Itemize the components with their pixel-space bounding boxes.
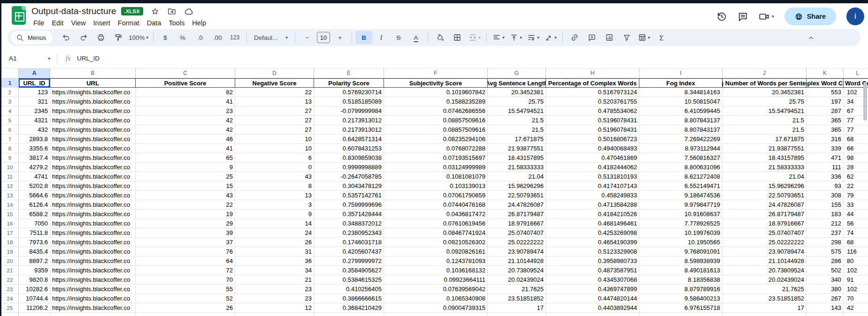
cell-C6[interactable]: 42 [136, 125, 235, 135]
cell-I21[interactable]: 8.490181613 [639, 266, 722, 275]
cell-B4[interactable]: https://insights.blackcoffer.co [50, 106, 136, 116]
cell-K26[interactable] [807, 313, 844, 316]
cell-G5[interactable]: 21.5 [488, 116, 546, 125]
comments-icon[interactable] [737, 11, 748, 22]
cell-C21[interactable]: 72 [136, 266, 235, 275]
undo-button[interactable] [58, 31, 75, 44]
menu-format[interactable]: Format [114, 18, 143, 28]
cell-L19[interactable]: 116 [844, 247, 868, 256]
merge-cells-button[interactable]: ▾ [466, 31, 483, 44]
cell-E5[interactable]: 0.2173913012 [314, 116, 384, 125]
cell-L10[interactable]: 28 [844, 163, 868, 172]
cell-D23[interactable]: 23 [235, 285, 314, 294]
column-header-J[interactable]: J [722, 68, 807, 78]
cell-A25[interactable]: 11206.2 [19, 303, 50, 313]
formula-input[interactable]: URL_ID [77, 55, 100, 62]
cell-G7[interactable]: 17.671875 [488, 135, 546, 144]
cell-E17[interactable]: 0.2380952343 [314, 228, 384, 238]
cell-E19[interactable]: 0.4205607437 [314, 247, 384, 256]
cell-E23[interactable]: 0.410256405 [314, 285, 384, 294]
row-header-17[interactable]: 17 [1, 228, 19, 238]
cell-J3[interactable]: 25.75 [722, 97, 807, 106]
cell-C14[interactable]: 22 [136, 200, 235, 210]
cell-J23[interactable]: 21.7625 [722, 285, 807, 294]
pivot-table-button[interactable]: ▾ [636, 31, 653, 44]
cell-E6[interactable]: 0.2173913012 [314, 125, 384, 135]
cell-F21[interactable]: 0.1036168132 [384, 266, 488, 275]
cell-G6[interactable]: 21.5 [488, 125, 546, 135]
cell-H23[interactable]: 0.4369747899 [546, 285, 639, 294]
row-header-22[interactable]: 22 [1, 275, 19, 285]
cell-B24[interactable]: https://insights.blackcoffer.co [50, 294, 136, 303]
cell-J12[interactable]: 15.96296296 [722, 181, 807, 191]
menu-file[interactable]: File [30, 18, 48, 28]
row-header-20[interactable]: 20 [1, 256, 19, 266]
cell-F19[interactable]: 0.0920826161 [384, 247, 488, 256]
cell-J21[interactable]: 20.73809524 [722, 266, 807, 275]
row-header-7[interactable]: 7 [1, 135, 19, 144]
cell-H16[interactable]: 0.4681496461 [546, 219, 639, 228]
cell-H9[interactable]: 0.470461869 [546, 153, 639, 163]
cell-D1[interactable]: Negative Score [235, 78, 314, 88]
cell-A23[interactable]: 10282.6 [19, 285, 50, 294]
cell-L7[interactable]: 68 [844, 135, 868, 144]
cell-H24[interactable]: 0.4474820144 [546, 294, 639, 303]
cell-H4[interactable]: 0.4785534062 [546, 106, 639, 116]
cell-K1[interactable]: Complex Word Count [807, 78, 844, 88]
cell-D14[interactable]: 3 [235, 200, 314, 210]
cell-H14[interactable]: 0.4713584288 [546, 200, 639, 210]
borders-button[interactable] [449, 31, 466, 44]
cell-G9[interactable]: 18.43157895 [488, 153, 546, 163]
cell-H22[interactable]: 0.4345307068 [546, 275, 639, 285]
cell-A18[interactable]: 7973.6 [19, 238, 50, 247]
cell-I9[interactable]: 7.560816327 [639, 153, 722, 163]
cell-B20[interactable]: https://insights.blackcoffer.co [50, 256, 136, 266]
cell-G21[interactable]: 20.73809524 [488, 266, 546, 275]
cell-I15[interactable]: 10.91608637 [639, 210, 722, 219]
cell-H15[interactable]: 0.4184210526 [546, 210, 639, 219]
menu-view[interactable]: View [67, 18, 89, 28]
cell-E13[interactable]: 0.5357142761 [314, 191, 384, 200]
cell-I24[interactable]: 9.586400213 [639, 294, 722, 303]
column-header-I[interactable]: I [639, 68, 722, 78]
cell-J6[interactable]: 21.5 [722, 125, 807, 135]
cell-H21[interactable]: 0.4873587951 [546, 266, 639, 275]
cell-I23[interactable]: 8.879789916 [639, 285, 722, 294]
cell-I11[interactable]: 8.621272408 [639, 172, 722, 181]
cell-L17[interactable]: 74 [844, 228, 868, 238]
cell-H6[interactable]: 0.5196078431 [546, 125, 639, 135]
cell-J25[interactable]: 17 [722, 303, 807, 313]
cell-J10[interactable]: 21.58333333 [722, 163, 807, 172]
cell-B15[interactable]: https://insights.blackcoffer.co [50, 210, 136, 219]
cell-C1[interactable]: Positive Score [136, 78, 235, 88]
cell-G18[interactable]: 25.02222222 [488, 238, 546, 247]
cell-I8[interactable]: 8.973112944 [639, 144, 722, 153]
cell-J1[interactable]: Avg Number of Words per Sentence [722, 78, 807, 88]
cell-A26[interactable] [19, 313, 50, 316]
cell-C2[interactable]: 82 [136, 88, 235, 97]
cell-C17[interactable]: 39 [136, 228, 235, 238]
column-header-K[interactable]: K [807, 68, 844, 78]
sheets-logo-icon[interactable] [12, 6, 26, 25]
cell-G23[interactable]: 21.7625 [488, 285, 546, 294]
cell-H20[interactable]: 0.3958980733 [546, 256, 639, 266]
cell-C3[interactable]: 41 [136, 97, 235, 106]
redo-button[interactable] [75, 31, 92, 44]
cell-D15[interactable]: 9 [235, 210, 314, 219]
cell-B16[interactable]: https://insights.blackcoffer.co [50, 219, 136, 228]
cell-F9[interactable]: 0.07193515697 [384, 153, 488, 163]
cell-H19[interactable]: 0.5123329908 [546, 247, 639, 256]
cell-K8[interactable]: 339 [807, 144, 844, 153]
cell-J22[interactable]: 20.02439024 [722, 275, 807, 285]
cell-D22[interactable]: 21 [235, 275, 314, 285]
menu-tools[interactable]: Tools [165, 18, 188, 28]
column-header-A[interactable]: A [19, 68, 50, 78]
cell-I6[interactable]: 8.807843137 [639, 125, 722, 135]
cell-G2[interactable]: 20.3452381 [488, 88, 546, 97]
cell-L16[interactable]: 56 [844, 219, 868, 228]
cell-B22[interactable]: https://insights.blackcoffer.co [50, 275, 136, 285]
cell-F14[interactable]: 0.07440476168 [384, 200, 488, 210]
cell-K11[interactable]: 336 [807, 172, 844, 181]
cell-I7[interactable]: 7.269422269 [639, 135, 722, 144]
cell-K16[interactable]: 212 [807, 219, 844, 228]
